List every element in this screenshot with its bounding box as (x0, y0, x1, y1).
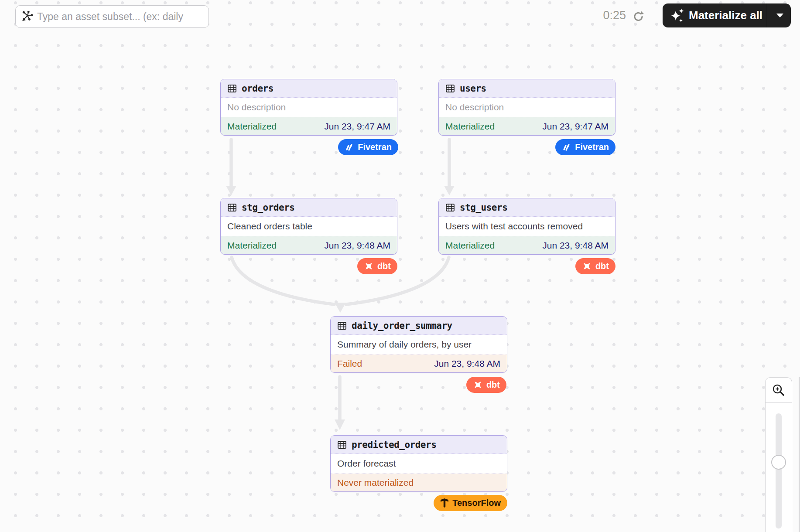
fivetran-icon (562, 143, 571, 152)
tensorflow-icon (440, 498, 449, 508)
asset-description: Summary of daily orders, by user (331, 335, 507, 355)
fivetran-icon (345, 143, 354, 152)
badge-label: dbt (377, 261, 391, 271)
asset-status-row: Materialized Jun 23, 9:47 AM (221, 117, 397, 135)
zoom-in-icon (771, 383, 786, 398)
asset-search-input[interactable] (37, 6, 209, 27)
asset-node-header: stg_orders (221, 198, 397, 217)
sparkles-icon (669, 7, 685, 24)
zoom-slider-thumb[interactable] (771, 455, 786, 470)
asset-name: orders (242, 83, 274, 94)
refresh-button[interactable] (631, 9, 646, 24)
asset-description: Users with test accounts removed (439, 217, 615, 236)
badge-label: dbt (486, 380, 500, 390)
refresh-timer: 0:25 (591, 9, 626, 22)
compute-kind-badge-fivetran: Fivetran (338, 139, 398, 155)
materialize-all-split-button: Materialize all (663, 3, 791, 27)
badge-label: dbt (595, 261, 609, 271)
asset-node-users[interactable]: users No description Materialized Jun 23… (438, 79, 615, 136)
asset-node-header: orders (221, 79, 397, 98)
asset-status-row: Failed Jun 23, 9:48 AM (331, 355, 507, 372)
status-label: Materialized (445, 121, 495, 132)
asset-status-row: Materialized Jun 23, 9:48 AM (221, 236, 397, 254)
table-icon (337, 440, 347, 450)
asset-status-row: Materialized Jun 23, 9:48 AM (439, 236, 615, 254)
status-label: Never materialized (337, 477, 414, 488)
caret-down-icon (776, 13, 784, 18)
asset-node-predicted_orders[interactable]: predicted_orders Order forecast Never ma… (330, 435, 507, 492)
asset-status-row: Never materialized (331, 474, 507, 491)
asset-description: Cleaned orders table (221, 217, 397, 236)
dbt-icon (582, 261, 592, 271)
asset-name: stg_users (460, 202, 507, 213)
materialize-options-button[interactable] (767, 3, 793, 27)
compute-kind-badge-tensorflow: TensorFlow (434, 495, 507, 511)
materialize-all-button[interactable]: Materialize all (663, 3, 767, 27)
badge-label: Fivetran (358, 142, 392, 152)
status-label: Failed (337, 358, 362, 369)
table-icon (337, 321, 347, 331)
table-icon (445, 203, 455, 212)
compute-kind-badge-fivetran: Fivetran (555, 139, 615, 155)
status-timestamp: Jun 23, 9:48 AM (542, 240, 609, 251)
asset-graph-canvas[interactable]: 0:25 Materialize all (0, 0, 800, 532)
compute-kind-badge-dbt: dbt (575, 258, 615, 274)
asset-description: Order forecast (331, 454, 507, 474)
zoom-slider (766, 403, 792, 532)
asset-name: predicted_orders (352, 440, 436, 450)
arrowhead (226, 186, 236, 195)
asset-name: users (460, 83, 486, 94)
badge-label: Fivetran (575, 142, 609, 152)
table-icon (227, 203, 237, 212)
asset-name: stg_orders (242, 202, 294, 213)
zoom-slider-track[interactable] (776, 413, 782, 529)
status-label: Materialized (227, 121, 277, 132)
asset-selection-icon (21, 11, 33, 22)
zoom-in-button[interactable] (766, 378, 792, 403)
compute-kind-badge-dbt: dbt (357, 258, 397, 274)
arrowhead (335, 419, 345, 430)
refresh-icon (632, 10, 645, 23)
status-label: Materialized (445, 240, 495, 251)
asset-search-bar[interactable] (15, 5, 209, 28)
panel-edge-divider (799, 377, 800, 532)
edge-stg_orders-daily_order_summary (232, 257, 334, 304)
asset-description: No description (439, 98, 615, 117)
table-icon (445, 84, 455, 93)
asset-status-row: Materialized Jun 23, 9:47 AM (439, 117, 615, 135)
table-icon (227, 84, 237, 93)
badge-label: TensorFlow (452, 498, 501, 508)
asset-node-header: users (439, 79, 615, 98)
arrowhead (335, 303, 346, 313)
asset-node-header: predicted_orders (331, 436, 507, 454)
asset-node-stg_users[interactable]: stg_users Users with test accounts remov… (438, 198, 615, 255)
compute-kind-badge-dbt: dbt (466, 377, 506, 393)
dbt-icon (364, 261, 374, 271)
asset-node-header: daily_order_summary (331, 317, 507, 335)
status-timestamp: Jun 23, 9:48 AM (434, 358, 500, 369)
arrowhead (444, 186, 455, 195)
status-timestamp: Jun 23, 9:47 AM (542, 121, 609, 132)
asset-node-stg_orders[interactable]: stg_orders Cleaned orders table Material… (220, 198, 397, 255)
materialize-all-label: Materialize all (689, 9, 762, 22)
asset-description: No description (221, 98, 397, 117)
zoom-control-panel (765, 377, 792, 532)
status-label: Materialized (227, 240, 277, 251)
status-timestamp: Jun 23, 9:48 AM (324, 240, 390, 251)
status-timestamp: Jun 23, 9:47 AM (324, 121, 390, 132)
dbt-icon (473, 380, 483, 390)
asset-name: daily_order_summary (352, 321, 452, 331)
asset-node-header: stg_users (439, 198, 615, 217)
asset-node-daily_order_summary[interactable]: daily_order_summary Summary of daily ord… (330, 316, 507, 373)
asset-node-orders[interactable]: orders No description Materialized Jun 2… (220, 79, 397, 136)
